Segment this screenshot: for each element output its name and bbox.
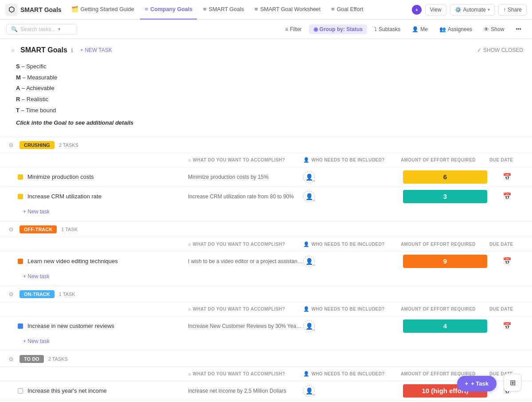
task-due[interactable]: 📅 xyxy=(489,322,525,330)
calendar-icon: 📅 xyxy=(503,322,512,330)
col-accomplish-header: ≡ WHAT DO YOU WANT TO ACCOMPLISH? xyxy=(188,158,303,163)
tab-smart-goal-worksheet[interactable]: ≡ SMART Goal Worksheet xyxy=(250,0,325,20)
task-row[interactable]: Increase in new customer reviews Increas… xyxy=(0,316,532,335)
nav-actions: + View ⚙️ Automate ▾ ↑ Share xyxy=(412,4,527,16)
list-title: SMART Goals xyxy=(20,46,67,54)
task-accomplish: I wish to be a video editor or a project… xyxy=(188,258,303,264)
list-info-icon[interactable]: ℹ xyxy=(71,47,73,54)
add-task-crushing[interactable]: + New task xyxy=(0,206,532,217)
add-task-off-track[interactable]: + New task xyxy=(0,271,532,282)
getting-started-icon: 🗂️ xyxy=(71,6,78,12)
task-name: Increase CRM utilization rate xyxy=(27,193,188,200)
smart-item-a: A – Achievable xyxy=(16,83,516,94)
toolbar-right: ≡ Filter ◉ Group by: Status ⤵ Subtasks 👤… xyxy=(281,24,526,34)
toolbar: 🔍 Search tasks... ▾ ≡ Filter ◉ Group by:… xyxy=(0,20,532,39)
main-content: ○ SMART Goals ℹ + NEW TASK ✓ SHOW CLOSED… xyxy=(0,39,532,402)
share-label: Share xyxy=(508,7,522,13)
me-button[interactable]: 👤 Me xyxy=(407,24,432,34)
who-avatar[interactable]: 👤 + xyxy=(303,320,315,332)
task-accomplish: increase net income by 2.5 Million Dolla… xyxy=(188,388,303,394)
more-options-button[interactable]: ••• xyxy=(511,24,526,34)
col-due-header: DUE DATE xyxy=(489,158,525,162)
off-track-col-headers: ≡ WHAT DO YOU WANT TO ACCOMPLISH? 👤 WHO … xyxy=(0,237,532,251)
subtasks-button[interactable]: ⤵ Subtasks xyxy=(370,24,405,34)
task-status-dot xyxy=(18,323,23,329)
task-who: 👤 + xyxy=(303,256,401,267)
show-icon: 👁 xyxy=(484,26,489,32)
tab-company-goals-label: Company Goals xyxy=(150,6,192,12)
todo-collapse-button[interactable]: ⊙ xyxy=(7,355,15,363)
task-effort: 9 xyxy=(401,255,489,268)
filter-button[interactable]: ≡ Filter xyxy=(281,24,306,34)
tab-getting-started[interactable]: 🗂️ Getting Started Guide xyxy=(67,0,139,20)
on-track-collapse-button[interactable]: ⊙ xyxy=(7,290,15,298)
group-crushing-header: ⊙ CRUSHING 2 TASKS xyxy=(0,137,532,153)
task-name: Minimize production costs xyxy=(27,173,188,180)
list-collapse-button[interactable]: ○ xyxy=(9,46,17,54)
col-who-header: 👤 WHO NEEDS TO BE INCLUDED? xyxy=(303,241,401,247)
task-row[interactable]: Reduce production idle time Reduce produ… xyxy=(0,400,532,402)
who-avatar[interactable]: 👤 + xyxy=(303,191,315,202)
search-input[interactable]: Search tasks... xyxy=(20,26,55,32)
add-task-on-track[interactable]: + New task xyxy=(0,335,532,347)
task-status-dot xyxy=(18,194,23,199)
show-label: Show xyxy=(491,26,504,32)
calendar-icon: 📅 xyxy=(503,192,512,201)
col-who-header: 👤 WHO NEEDS TO BE INCLUDED? xyxy=(303,371,401,377)
grid-icon: ⊞ xyxy=(510,378,516,387)
automate-button[interactable]: ⚙️ Automate ▾ xyxy=(450,4,495,16)
search-icon: 🔍 xyxy=(11,26,18,32)
show-closed-button[interactable]: ✓ SHOW CLOSED xyxy=(477,47,523,53)
subtasks-icon: ⤵ xyxy=(374,26,377,32)
task-row[interactable]: Increase this year's net income increase… xyxy=(0,381,532,400)
tab-company-goals[interactable]: ≡ Company Goals xyxy=(140,0,197,20)
col-due-header: DUE DATE xyxy=(489,307,525,311)
who-avatar[interactable]: 👤 + xyxy=(303,256,315,267)
col-effort-header: AMOUNT OF EFFORT REQUIRED xyxy=(401,242,489,247)
group-by-icon: ◉ xyxy=(313,26,318,32)
todo-task-count: 2 TASKS xyxy=(48,356,68,362)
off-track-badge: OFF-TRACK xyxy=(20,225,57,233)
task-accomplish: Increase New Customer Reviews by 30% Yea… xyxy=(188,323,303,329)
logo-icon: ⬡ xyxy=(5,4,18,16)
automate-label: Automate xyxy=(463,7,486,13)
who-avatar[interactable]: 👤 + xyxy=(303,171,315,183)
filter-label: Filter xyxy=(290,26,302,32)
on-track-task-count: 1 TASK xyxy=(59,292,75,297)
off-track-collapse-button[interactable]: ⊙ xyxy=(7,225,15,233)
share-button[interactable]: ↑ Share xyxy=(498,4,527,16)
task-who: 👤 + xyxy=(303,320,401,332)
crushing-collapse-button[interactable]: ⊙ xyxy=(7,141,15,149)
nav-circle-icon[interactable]: + xyxy=(412,5,422,15)
automate-chevron: ▾ xyxy=(488,7,490,12)
grid-view-button[interactable]: ⊞ xyxy=(504,374,521,391)
click-hint: Click into the Goal to see additional de… xyxy=(0,118,532,137)
off-track-task-count: 1 TASK xyxy=(61,227,78,232)
task-due[interactable]: 📅 xyxy=(489,192,525,201)
task-row[interactable]: Minimize production costs Minimize produ… xyxy=(0,167,532,186)
app-logo[interactable]: ⬡ SMART Goals xyxy=(5,4,62,16)
task-row[interactable]: Learn new video editing techniques I wis… xyxy=(0,251,532,271)
task-due[interactable]: 📅 xyxy=(489,257,525,265)
group-by-button[interactable]: ◉ Group by: Status xyxy=(309,24,367,34)
goal-effort-icon: ≡ xyxy=(331,6,335,12)
new-task-button[interactable]: + NEW TASK xyxy=(77,46,116,54)
view-label: View xyxy=(430,7,442,13)
tab-smart-goals[interactable]: ≡ SMART Goals xyxy=(199,0,248,20)
smart-item-m: M – Measurable xyxy=(16,72,516,83)
task-row[interactable]: Increase CRM utilization rate Increase C… xyxy=(0,186,532,206)
view-button[interactable]: View xyxy=(425,4,446,16)
search-box[interactable]: 🔍 Search tasks... ▾ xyxy=(6,24,77,35)
task-name: Increase this year's net income xyxy=(27,387,188,394)
tab-smart-goal-worksheet-label: SMART Goal Worksheet xyxy=(260,6,321,12)
tab-goal-effort[interactable]: ≡ Goal Effort xyxy=(327,0,368,20)
group-todo-header: ⊙ TO DO 2 TASKS xyxy=(0,351,532,367)
who-avatar[interactable]: 👤 + xyxy=(303,385,315,397)
add-task-fab[interactable]: + + Task xyxy=(457,376,497,391)
calendar-icon: 📅 xyxy=(503,257,512,265)
effort-badge: 9 xyxy=(403,255,487,268)
assignees-button[interactable]: 👥 Assignees xyxy=(435,24,477,34)
task-due[interactable]: 📅 xyxy=(489,173,525,181)
show-button[interactable]: 👁 Show xyxy=(479,24,509,34)
task-status-dot xyxy=(18,388,23,394)
